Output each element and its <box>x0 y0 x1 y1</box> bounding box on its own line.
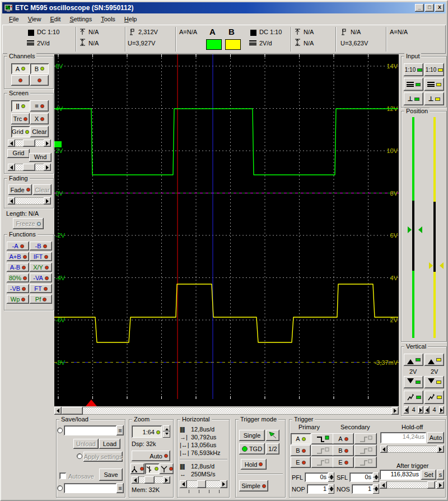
apply-radio[interactable] <box>77 453 82 459</box>
tab-wnd[interactable]: Wnd <box>29 153 52 162</box>
trigger-position-marker[interactable] <box>86 400 97 406</box>
zoom-right-align-button[interactable] <box>160 463 174 474</box>
screen-clear-button[interactable]: Clear <box>30 126 49 137</box>
save-button[interactable]: Save <box>99 468 123 481</box>
fading-scrollbar[interactable] <box>8 197 51 205</box>
screen-x-button[interactable]: X <box>30 113 49 124</box>
wnd-scrollbar[interactable] <box>8 164 51 171</box>
ground-b-button[interactable]: ⊥ <box>424 92 444 105</box>
fn-a-plus-b-button[interactable]: A+B <box>7 252 29 261</box>
simple-button[interactable]: Simple <box>239 480 268 491</box>
hold-button[interactable]: Hold <box>241 459 267 470</box>
slot2-input[interactable] <box>64 483 116 493</box>
fn-neg-vb-button[interactable]: -VB <box>7 284 29 293</box>
zoom-scrollbar[interactable] <box>132 476 170 484</box>
position-b-track-bottom[interactable] <box>433 272 436 338</box>
sfl-spinner[interactable] <box>373 472 379 482</box>
menu-edit[interactable]: Edit <box>45 15 65 24</box>
primary-b-button[interactable]: B <box>291 445 311 456</box>
flag-button[interactable] <box>266 430 279 441</box>
position-a-track-mid[interactable] <box>412 201 414 271</box>
fn-neg-a-button[interactable]: -A <box>7 242 29 250</box>
slot2-radio[interactable] <box>57 485 63 491</box>
scope-h-scrollbar[interactable] <box>54 407 399 415</box>
freeze-button[interactable]: Freeze <box>13 218 44 229</box>
scale-down-b-button[interactable] <box>424 376 444 388</box>
channel-b-color-swatch[interactable] <box>225 39 241 50</box>
seconds-button[interactable]: s <box>437 470 444 480</box>
pfl-field[interactable]: 0s <box>305 472 328 482</box>
probe-a-button[interactable]: 1:10 <box>404 63 423 76</box>
ground-a-button[interactable]: ⊥ <box>404 92 423 105</box>
screen-pause-button[interactable]: || <box>11 100 30 112</box>
nop-spinner[interactable] <box>328 484 334 494</box>
nop-field[interactable]: 1 <box>307 484 328 494</box>
zoom-center-align-button[interactable] <box>145 463 159 474</box>
fn-neg-b-button[interactable]: -B <box>30 242 52 250</box>
channel-a-extra-button[interactable] <box>11 75 30 86</box>
channel-a-color-swatch[interactable] <box>206 39 222 50</box>
maximize-button[interactable]: □ <box>425 4 434 12</box>
menu-help[interactable]: Help <box>120 15 142 24</box>
load-button[interactable]: Load <box>99 439 120 449</box>
filter-b-button[interactable] <box>424 391 444 404</box>
slot1-menu-button[interactable]: ≡ <box>116 425 124 435</box>
fn-80pct-button[interactable]: 80% <box>7 273 29 282</box>
slot2-menu-button[interactable]: ≡ <box>116 483 124 493</box>
tab-grid[interactable]: Grid <box>7 149 30 158</box>
half-button[interactable]: 1/2 <box>266 443 279 454</box>
fn-pf-button[interactable]: Pf <box>30 295 52 304</box>
filter-b-spinner[interactable]: 4 <box>424 406 444 414</box>
primary-e-edge-button[interactable] <box>311 457 334 468</box>
menu-view[interactable]: View <box>24 15 46 24</box>
position-b-handle[interactable] <box>429 262 440 270</box>
channel-b-extra-button[interactable] <box>30 75 49 86</box>
fade-clear-button[interactable]: Clear <box>33 184 52 195</box>
fn-wp-button[interactable]: Wp <box>7 295 29 304</box>
minimize-button[interactable]: _ <box>415 4 424 12</box>
holdoff-scrollbar[interactable] <box>380 446 444 453</box>
holdoff-field[interactable]: 14,24us <box>380 432 426 443</box>
secondary-a-button[interactable]: A <box>333 433 354 444</box>
fn-a-minus-b-button[interactable]: A-B <box>7 263 29 272</box>
filter-a-spinner[interactable]: 4 <box>404 406 423 414</box>
pfl-spinner[interactable] <box>328 472 334 482</box>
set-button[interactable]: Set <box>421 470 436 480</box>
fn-ft-button[interactable]: FT <box>30 284 52 293</box>
single-button[interactable]: Single <box>239 430 265 441</box>
channel-b-button[interactable]: B <box>30 63 49 74</box>
position-b-track-top[interactable] <box>433 117 436 202</box>
primary-a-button[interactable]: A <box>291 433 311 444</box>
close-button[interactable]: X <box>435 4 444 12</box>
probe-b-button[interactable]: 1:10 <box>424 63 444 76</box>
after-trigger-field[interactable]: 116,832us <box>380 470 421 480</box>
zoom-left-align-button[interactable] <box>130 463 144 474</box>
position-a-handle[interactable] <box>408 226 419 234</box>
zoom-ratio-spinner[interactable] <box>163 425 170 438</box>
slot1-radio[interactable] <box>57 428 63 433</box>
unload-button[interactable]: Unload <box>73 439 99 449</box>
menu-tools[interactable]: Tools <box>96 15 120 24</box>
fn-ift-button[interactable]: IFT <box>30 252 52 261</box>
apply-settings-button[interactable]: Apply settings <box>83 452 123 462</box>
screen-lines-button[interactable]: = <box>30 100 49 112</box>
filter-a-button[interactable] <box>404 391 423 404</box>
fade-button[interactable]: Fade <box>8 184 32 195</box>
menu-file[interactable]: File <box>4 15 24 24</box>
scale-up-a-button[interactable] <box>404 354 423 366</box>
scale-up-b-button[interactable] <box>424 354 444 366</box>
nos-field[interactable]: 1 <box>352 484 373 494</box>
secondary-e-edge-button[interactable] <box>354 457 377 468</box>
secondary-b-button[interactable]: B <box>333 445 354 456</box>
grid-scrollbar[interactable] <box>8 140 51 147</box>
holdoff-auto-button[interactable]: Auto <box>427 432 444 443</box>
coupling-b-button[interactable] <box>424 78 444 91</box>
scope-screen[interactable]: 6V4V2V0V-2V-4V-6V-8V14V12V10V8V6V4V2V-3,… <box>54 54 399 399</box>
menu-settings[interactable]: Settings <box>65 15 96 24</box>
horizontal-scrollbar[interactable] <box>180 480 227 488</box>
zoom-auto-button[interactable]: Auto <box>132 451 170 461</box>
autosave-checkbox[interactable] <box>59 472 66 479</box>
position-a-track-bottom[interactable] <box>412 271 414 338</box>
primary-b-edge-button[interactable] <box>311 445 334 456</box>
secondary-a-edge-button[interactable] <box>354 433 377 444</box>
